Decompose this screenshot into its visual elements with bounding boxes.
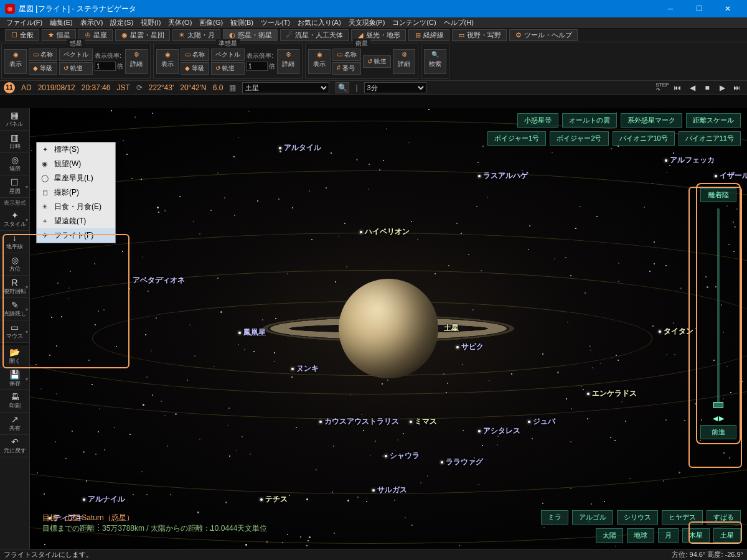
overlay-bot1-4[interactable]: すばる [707,510,741,525]
overlay-bot1-1[interactable]: アルゴル [572,510,613,525]
star-label-シャウラ[interactable]: シャウラ [385,450,420,461]
menu-12[interactable]: ヘルプ(H) [440,18,477,27]
overlay-bot1-2[interactable]: シリウス [617,510,658,525]
menu-11[interactable]: コンテンツ(C) [388,18,439,27]
overlay-bot2-4[interactable]: 土星 [713,528,741,543]
sidebar-item-地平線[interactable]: ↓地平線 [0,231,29,253]
tab-6[interactable]: ☄流星・人工天体 [280,29,349,41]
sidebar-item-元に戻す[interactable]: ↶元に戻す [0,435,29,457]
dwarf-mag-button[interactable]: ◆等級 [181,62,209,75]
landing-button[interactable]: 離着陸 [700,188,736,202]
target-search-button[interactable]: 🔍 [336,82,349,93]
star-label-カウスアウストラリス[interactable]: カウスアウストラリス [319,416,399,427]
popup-item-1[interactable]: ◉観望(W) [37,157,115,171]
sidebar-item-方位[interactable]: ◎方位 [0,253,29,276]
star-label-ヌンキ[interactable]: ヌンキ [291,363,319,374]
last-button[interactable]: ⏭ [731,82,743,93]
tab-4[interactable]: ☀太陽・月 [172,29,220,41]
star-label-鳳凰星[interactable]: 鳳凰星 [238,327,266,338]
menu-2[interactable]: 表示(V) [77,18,107,27]
step-button[interactable]: STEP↷ [656,82,669,93]
moon-show-button[interactable]: ◉表示 [308,49,331,74]
dwarf-name-button[interactable]: ▭名称 [181,49,209,61]
minimize-button[interactable]: ─ [656,0,685,17]
popup-item-4[interactable]: ☀日食・月食(E) [37,200,115,214]
star-label-アルナイル[interactable]: アルナイル [83,494,125,505]
menu-9[interactable]: お気に入り(A) [294,18,345,27]
overlay-top2-1[interactable]: ボイジャー2号 [550,131,608,146]
overlay-bot2-3[interactable]: 木星 [682,528,710,543]
overlay-top2-3[interactable]: パイオニア11号 [679,131,741,146]
star-label-サビク[interactable]: サビク [456,342,484,352]
star-label-アルフェッカ[interactable]: アルフェッカ [665,155,715,166]
sidebar-item-スタイル[interactable]: ✦スタイル▾ [0,208,29,231]
menu-5[interactable]: 天体(O) [164,18,195,27]
dwarf-vector-button[interactable]: ベクトル [211,49,245,61]
moon-num-button[interactable]: #番号 [332,62,361,75]
overlay-bot2-2[interactable]: 月 [658,528,679,543]
planet-orbit-button[interactable]: ↺軌道 [59,62,93,75]
menu-7[interactable]: 観測(B) [227,18,257,27]
flight-left-icon[interactable]: ◀ [713,414,718,422]
moon-name-button[interactable]: ▭名称 [332,49,361,61]
dwarf-orbit-button[interactable]: ↺軌道 [211,62,245,75]
time-badge[interactable]: 11 [4,82,15,93]
sidebar-item-光跡残し[interactable]: ✎光跡残し▾ [0,298,29,320]
overlay-bot2-0[interactable]: 太陽 [596,528,623,543]
star-label-テチス[interactable]: テチス [260,494,288,505]
menu-6[interactable]: 画像(G) [195,18,227,27]
sidebar-item-星図[interactable]: ☐星図▾ [0,175,29,198]
sidebar-item-視野回転[interactable]: R視野回転▾ [0,276,29,298]
sidebar-item-共有[interactable]: ↗共有 [0,413,29,435]
menu-10[interactable]: 天文現象(P) [345,18,389,27]
prev-button[interactable]: ◀ [686,82,698,93]
play-button[interactable]: ▶ [716,82,728,93]
overlay-bot1-3[interactable]: ヒヤデス [662,510,703,525]
star-label-アベタディオネ[interactable]: アベタディオネ [133,275,185,286]
overlay-top1-0[interactable]: 小惑星帯 [517,113,558,128]
star-label-エンケラドス[interactable]: エンケラドス [587,388,637,399]
first-button[interactable]: ⏮ [671,82,684,93]
overlay-top2-2[interactable]: パイオニア10号 [613,131,675,146]
sidebar-item-マウス[interactable]: ▭マウス▾ [0,320,29,343]
planet-mag-button[interactable]: ◆等級 [29,62,57,75]
menu-4[interactable]: 視野(I) [137,18,164,27]
planet-vector-button[interactable]: ベクトル [59,49,93,61]
tab-3[interactable]: ◉星雲・星団 [115,29,170,41]
overlay-top2-0[interactable]: ボイジャー1号 [487,131,546,146]
tab-10[interactable]: ⚙ツール・ヘルプ [509,29,578,41]
flight-right-icon[interactable]: ▶ [719,414,724,422]
sidebar-item-パネル[interactable]: ▦パネル [0,108,29,131]
menu-1[interactable]: 編集(E) [46,18,77,27]
stop-button[interactable]: ■ [701,82,713,93]
search-button[interactable]: 🔍検索 [424,49,446,74]
overlay-top1-2[interactable]: 系外惑星マーク [621,113,682,128]
tab-0[interactable]: ☐全般 [5,29,39,41]
close-button[interactable]: ✕ [713,0,742,17]
star-label-アルタイル[interactable]: アルタイル [279,142,321,153]
popup-item-2[interactable]: ◯星座早見(L) [37,171,115,185]
maximize-button[interactable]: ☐ [685,0,713,17]
tab-9[interactable]: ▭視野・写野 [452,29,507,41]
overlay-bot2-1[interactable]: 地球 [627,528,654,543]
moon-detail-button[interactable]: ⚙詳細 [393,49,415,74]
popup-item-6[interactable]: ✈フライト(F) [37,228,115,243]
star-label-ジュバ[interactable]: ジュバ [528,416,555,427]
star-label-ミマス[interactable]: ミマス [410,416,437,427]
popup-item-5[interactable]: ⌖望遠鏡(T) [37,214,115,228]
planet-name-button[interactable]: ▭名称 [29,49,57,61]
star-label-タイタン[interactable]: タイタン [659,326,693,337]
overlay-top1-3[interactable]: 距離スケール [686,113,741,128]
planet-detail-button[interactable]: ⚙詳細 [125,49,148,74]
moon-orbit-button[interactable]: ↺軌道 [363,55,391,68]
star-label-土星[interactable]: 土星 [444,323,459,334]
sidebar-item-開く[interactable]: 📂開く [0,345,29,368]
star-chart-view[interactable]: アルタイルハイペリオンラスアルハゲアルフェッカイザールアベタディオネ鳳凰星土星サ… [30,108,747,549]
dwarf-show-button[interactable]: ◉表示 [156,49,179,74]
overlay-bot1-0[interactable]: ミラ [541,510,568,525]
star-label-サルガス[interactable]: サルガス [372,485,407,495]
sidebar-item-保存[interactable]: 💾保存▾ [0,368,29,390]
star-label-ラスアルハゲ[interactable]: ラスアルハゲ [478,170,528,181]
dwarf-ratio-input[interactable] [247,62,268,71]
menu-0[interactable]: ファイル(F) [2,18,46,27]
